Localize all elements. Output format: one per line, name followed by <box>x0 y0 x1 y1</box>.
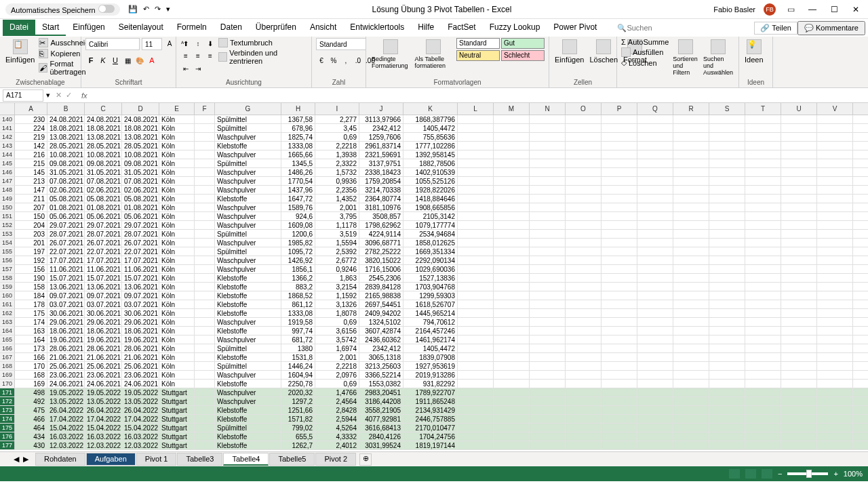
font-name-select[interactable] <box>85 38 140 50</box>
cell[interactable] <box>566 309 601 317</box>
cell[interactable] <box>709 274 745 282</box>
cell[interactable]: 1,863 <box>315 274 359 282</box>
cell[interactable]: 175 <box>15 309 47 317</box>
cell[interactable]: 28.06.2021 <box>47 344 85 352</box>
cell[interactable] <box>745 344 781 352</box>
cell[interactable] <box>709 256 745 264</box>
cell[interactable] <box>494 274 530 282</box>
col-header-F[interactable]: F <box>195 103 215 115</box>
menu-fuzzy lookup[interactable]: Fuzzy Lookup <box>483 20 547 36</box>
cell[interactable]: 1911,865248 <box>403 397 458 405</box>
cell[interactable] <box>637 177 673 185</box>
cell[interactable] <box>601 203 637 211</box>
cell[interactable] <box>195 362 215 370</box>
cell[interactable]: 15.07.2021 <box>85 274 122 282</box>
cell[interactable] <box>673 186 709 194</box>
cell[interactable]: 2983,20451 <box>359 388 403 396</box>
cell[interactable]: 203 <box>15 230 47 238</box>
cell[interactable] <box>494 300 530 308</box>
cell[interactable] <box>601 256 637 264</box>
cell[interactable] <box>458 362 494 370</box>
cell[interactable]: Waschpulver <box>215 150 281 159</box>
cell[interactable]: 3,6156 <box>315 327 359 335</box>
table-row[interactable]: 15320328.07.202128.07.202128.07.2021Köln… <box>0 230 868 239</box>
cell[interactable]: 28.07.2021 <box>122 230 159 238</box>
cell[interactable] <box>458 309 494 317</box>
cell[interactable] <box>195 353 215 361</box>
cell[interactable] <box>781 142 817 150</box>
cell[interactable]: Köln <box>159 291 195 300</box>
cell[interactable] <box>494 186 530 194</box>
row-header[interactable]: 163 <box>0 318 15 326</box>
view-page-layout-icon[interactable] <box>745 469 756 479</box>
cell[interactable] <box>530 274 566 282</box>
align-left[interactable]: ≡ <box>180 50 191 61</box>
cell[interactable]: Köln <box>159 274 195 282</box>
cell[interactable]: 1856,1 <box>281 265 315 273</box>
cell[interactable] <box>601 318 637 326</box>
cell[interactable]: 1647,72 <box>281 195 315 203</box>
cell[interactable] <box>709 388 745 396</box>
cell[interactable]: 1527,13836 <box>403 274 458 282</box>
col-header-N[interactable]: N <box>530 103 566 115</box>
cell[interactable] <box>195 159 215 167</box>
cell[interactable] <box>673 336 709 344</box>
cell[interactable] <box>601 441 637 449</box>
cell[interactable]: 2,2356 <box>315 186 359 194</box>
cell[interactable]: 931,82292 <box>403 380 458 388</box>
cell[interactable]: 09.07.2021 <box>47 291 85 300</box>
cell[interactable]: 466 <box>15 415 47 423</box>
cell[interactable]: 03.07.2021 <box>85 300 122 308</box>
cell[interactable] <box>781 309 817 317</box>
cell[interactable] <box>566 274 601 282</box>
cell[interactable] <box>566 203 601 211</box>
font-color-button[interactable]: A <box>146 55 157 66</box>
cell[interactable] <box>781 124 817 132</box>
cell[interactable]: 1259,7606 <box>359 133 403 141</box>
cancel-formula-icon[interactable]: ✕ <box>56 91 62 100</box>
cell[interactable] <box>637 195 673 203</box>
cell[interactable]: 1486,26 <box>281 168 315 176</box>
cell[interactable]: 2338,18423 <box>359 168 403 176</box>
cell[interactable] <box>601 142 637 150</box>
cell[interactable]: 13.05.2022 <box>85 397 122 405</box>
cell[interactable]: Köln <box>159 380 195 388</box>
cell[interactable] <box>530 371 566 379</box>
cell[interactable]: 0,9246 <box>315 265 359 273</box>
cell[interactable] <box>494 195 530 203</box>
table-row[interactable]: 15619217.07.202117.07.202117.07.2021Köln… <box>0 256 868 265</box>
cell[interactable]: 19.06.2021 <box>47 336 85 344</box>
cell[interactable]: 1553,0382 <box>359 380 403 388</box>
cell[interactable]: 16.03.2022 <box>47 432 85 441</box>
cell[interactable] <box>817 336 853 344</box>
cell[interactable] <box>673 424 709 432</box>
cell[interactable] <box>709 336 745 344</box>
cell[interactable] <box>673 388 709 396</box>
cell[interactable]: 3137,9751 <box>359 159 403 167</box>
cell[interactable]: 2446,757885 <box>403 415 458 423</box>
cell[interactable] <box>745 124 781 132</box>
cell[interactable]: Waschpulver <box>215 133 281 141</box>
cell[interactable]: 13.05.2022 <box>122 397 159 405</box>
table-row[interactable]: 16916823.06.202123.06.202123.06.2021Köln… <box>0 371 868 380</box>
cell[interactable]: 26.07.2021 <box>85 239 122 247</box>
cell[interactable]: 3,519 <box>315 230 359 238</box>
cell[interactable]: 2,277 <box>315 115 359 123</box>
cell[interactable] <box>709 424 745 432</box>
cell[interactable] <box>601 195 637 203</box>
cell[interactable]: 1345,5 <box>281 159 315 167</box>
cell[interactable]: 2019,913286 <box>403 371 458 379</box>
cell[interactable] <box>781 221 817 229</box>
cell[interactable]: 434 <box>15 432 47 441</box>
cell[interactable]: 05.06.2021 <box>122 212 159 220</box>
cell[interactable]: Köln <box>159 177 195 185</box>
cell[interactable]: 3,1326 <box>315 300 359 308</box>
sheet-tab-aufgaben[interactable]: Aufgaben <box>86 453 136 466</box>
cell[interactable]: 3616,68413 <box>359 424 403 432</box>
cell[interactable] <box>745 142 781 150</box>
cell[interactable] <box>637 256 673 264</box>
cell[interactable] <box>530 133 566 141</box>
row-header[interactable]: 177 <box>0 441 15 449</box>
cell[interactable] <box>195 432 215 441</box>
cell[interactable]: 430 <box>15 441 47 449</box>
